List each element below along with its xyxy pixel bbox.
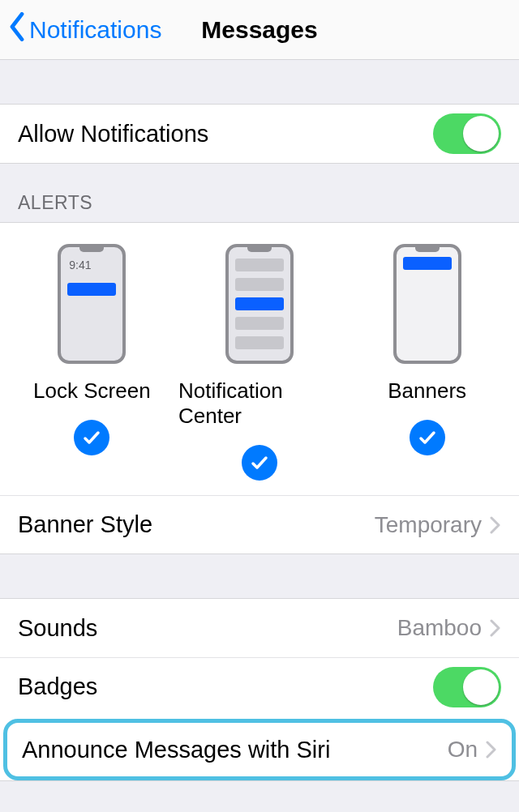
page-title: Messages <box>201 16 317 44</box>
announce-highlight: Announce Messages with Siri On <box>3 719 516 780</box>
badges-label: Badges <box>18 673 97 700</box>
allow-notifications-toggle[interactable] <box>433 113 501 154</box>
preview-time: 9:41 <box>69 259 91 271</box>
options-group: Sounds Bamboo Badges Announce Messages w… <box>0 598 519 781</box>
alert-option-lock-screen[interactable]: 9:41 Lock Screen <box>11 244 173 481</box>
toggle-knob <box>463 669 499 705</box>
badges-row: Badges <box>0 657 519 716</box>
checkmark-icon <box>242 445 277 481</box>
alert-label: Notification Center <box>178 378 341 429</box>
allow-notifications-label: Allow Notifications <box>18 121 208 147</box>
allow-notifications-group: Allow Notifications <box>0 104 519 164</box>
alerts-group: 9:41 Lock Screen Notification Center <box>0 222 519 554</box>
sounds-value: Bamboo <box>397 615 482 641</box>
banners-preview-icon <box>393 244 461 364</box>
back-button[interactable]: Notifications <box>5 12 161 47</box>
chevron-right-icon <box>490 619 501 637</box>
back-label: Notifications <box>29 16 161 44</box>
announce-label: Announce Messages with Siri <box>22 737 330 763</box>
toggle-knob <box>463 116 499 152</box>
chevron-right-icon <box>486 741 497 759</box>
announce-messages-row[interactable]: Announce Messages with Siri On <box>9 724 510 775</box>
alert-label: Banners <box>388 378 466 404</box>
alert-option-notification-center[interactable]: Notification Center <box>178 244 341 481</box>
alert-label: Lock Screen <box>33 378 151 404</box>
alert-option-banners[interactable]: Banners <box>346 244 508 481</box>
checkmark-icon <box>410 420 445 455</box>
allow-notifications-row: Allow Notifications <box>0 105 519 163</box>
chevron-left-icon <box>6 12 28 47</box>
banner-style-label: Banner Style <box>18 511 152 538</box>
alert-previews: 9:41 Lock Screen Notification Center <box>0 223 519 495</box>
navigation-bar: Notifications Messages <box>0 0 519 60</box>
sounds-label: Sounds <box>18 615 97 642</box>
announce-value: On <box>448 737 478 763</box>
banner-style-row[interactable]: Banner Style Temporary <box>0 495 519 553</box>
sounds-row[interactable]: Sounds Bamboo <box>0 599 519 657</box>
badges-toggle[interactable] <box>433 667 501 707</box>
chevron-right-icon <box>490 516 501 534</box>
banner-style-value: Temporary <box>375 512 482 538</box>
checkmark-icon <box>74 420 109 455</box>
notification-center-preview-icon <box>225 244 294 364</box>
lock-screen-preview-icon: 9:41 <box>58 244 126 364</box>
alerts-section-header: ALERTS <box>0 164 519 222</box>
